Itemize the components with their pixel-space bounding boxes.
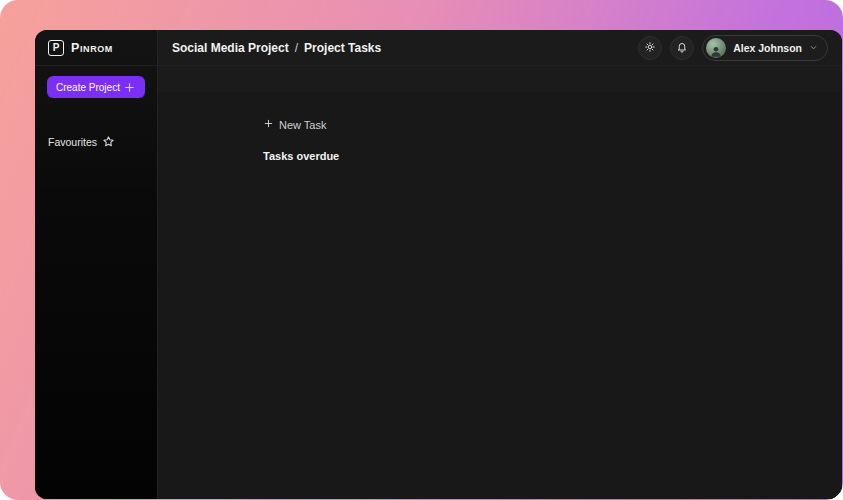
sun-icon: [644, 41, 657, 54]
star-icon: [102, 135, 115, 148]
notifications-button[interactable]: [670, 36, 694, 60]
logo-icon: P: [48, 40, 64, 56]
user-name: Alex Johnson: [733, 42, 802, 54]
theme-toggle-button[interactable]: [638, 36, 662, 60]
favourites-label: Favourites: [48, 136, 97, 148]
create-project-button[interactable]: Create Project: [47, 76, 145, 98]
logo: P Pinrom: [35, 30, 157, 66]
chevron-down-icon: [809, 43, 818, 52]
logo-text: Pinrom: [71, 41, 113, 55]
desktop-background: P Pinrom Create Project Favourites Socia…: [0, 0, 843, 500]
breadcrumb-page: Project Tasks: [304, 41, 381, 55]
breadcrumb: Social Media Project / Project Tasks: [172, 41, 381, 55]
top-header: Social Media Project / Project Tasks Ale…: [158, 30, 842, 66]
header-actions: Alex Johnson: [638, 35, 828, 61]
app-window: P Pinrom Create Project Favourites Socia…: [35, 30, 842, 499]
bell-icon: [676, 41, 689, 54]
breadcrumb-separator: /: [295, 41, 298, 55]
create-project-label: Create Project: [56, 82, 120, 93]
new-task-label: New Task: [279, 119, 326, 131]
breadcrumb-project[interactable]: Social Media Project: [172, 41, 289, 55]
tab-bar: [158, 66, 842, 92]
new-task-button[interactable]: New Task: [263, 118, 326, 131]
avatar: [706, 38, 726, 58]
plus-icon: [263, 118, 276, 131]
main-area: Social Media Project / Project Tasks Ale…: [158, 30, 842, 499]
plus-icon: [123, 81, 136, 94]
sidebar: P Pinrom Create Project Favourites: [35, 30, 158, 499]
section-title: Tasks overdue: [263, 150, 737, 162]
user-menu[interactable]: Alex Johnson: [702, 35, 828, 61]
task-content: New Task Tasks overdue: [158, 92, 842, 499]
sidebar-item-favourites[interactable]: Favourites: [35, 135, 157, 148]
sidebar-footer: [35, 494, 157, 499]
